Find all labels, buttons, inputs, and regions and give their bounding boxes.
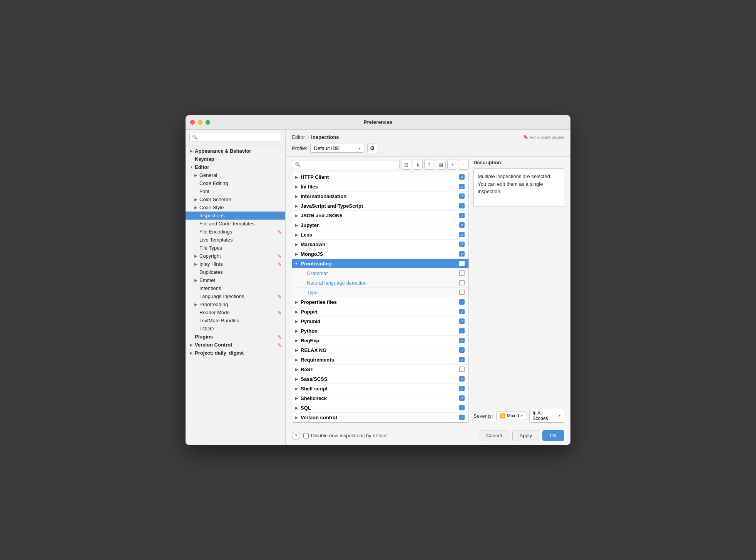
- checkbox-wrap[interactable]: [458, 279, 465, 286]
- checkbox-wrap[interactable]: ✓: [458, 395, 465, 402]
- inspection-row-pyramid[interactable]: ▶ Pyramid ✓: [292, 317, 468, 326]
- ok-button[interactable]: OK: [542, 430, 564, 441]
- checkbox-wrap[interactable]: ✓: [458, 318, 465, 325]
- sidebar-item-editor[interactable]: ▾ Editor: [186, 163, 285, 171]
- collapse-all-button[interactable]: ⇑: [424, 160, 434, 170]
- sidebar-item-keymap[interactable]: Keymap: [186, 155, 285, 163]
- inspection-row-jupyter[interactable]: ▶ Jupyter ✓: [292, 220, 468, 230]
- cancel-button[interactable]: Cancel: [479, 430, 509, 441]
- inspection-row-mongodb[interactable]: ▶ MongoJS ✓: [292, 249, 468, 259]
- inspection-row-sass[interactable]: ▶ Sass/SCSS ✓: [292, 374, 468, 384]
- inspection-row-typo[interactable]: Typo: [292, 288, 468, 297]
- sidebar-item-version-control[interactable]: ▶ Version Control 🔖: [186, 341, 285, 349]
- inspection-row-version-control[interactable]: ▶ Version control ✓: [292, 413, 468, 422]
- chevron-icon: [193, 326, 199, 332]
- checkbox-wrap[interactable]: [458, 366, 465, 373]
- checkbox-wrap[interactable]: ✓: [458, 250, 465, 257]
- checkbox-wrap[interactable]: [458, 260, 465, 267]
- sidebar-item-copyright[interactable]: ▶ Copyright 🔖: [186, 252, 285, 260]
- inspection-row-python[interactable]: ▶ Python −: [292, 326, 468, 336]
- checkbox-wrap[interactable]: ✓: [458, 356, 465, 363]
- apply-button[interactable]: Apply: [512, 430, 540, 441]
- sidebar-item-emmet[interactable]: ▶ Emmet: [186, 276, 285, 284]
- sidebar-item-file-types[interactable]: File Types: [186, 244, 285, 252]
- sidebar-item-inlay-hints[interactable]: ▶ Inlay Hints 🔖: [186, 260, 285, 268]
- checkbox-wrap[interactable]: ✓: [458, 385, 465, 392]
- sidebar-item-reader-mode[interactable]: Reader Mode 🔖: [186, 308, 285, 317]
- sidebar-item-code-editing[interactable]: Code Editing: [186, 179, 285, 187]
- checkbox-wrap[interactable]: −: [458, 404, 465, 411]
- checkbox-wrap[interactable]: −: [458, 202, 465, 209]
- checkbox-wrap[interactable]: ✓: [458, 222, 465, 228]
- remove-button[interactable]: −: [459, 160, 469, 170]
- inspection-row-ini-files[interactable]: ▶ Ini files ✓: [292, 182, 468, 192]
- sidebar-item-todo[interactable]: TODO: [186, 325, 285, 333]
- profile-dropdown[interactable]: Default IDE ▾: [310, 144, 364, 153]
- checkbox-wrap[interactable]: ✓: [458, 183, 465, 190]
- inspection-row-less[interactable]: ▶ Less ✓: [292, 230, 468, 240]
- inspection-row-requirements[interactable]: ▶ Requirements ✓: [292, 355, 468, 365]
- sidebar-item-live-templates[interactable]: Live Templates: [186, 236, 285, 244]
- checkbox-wrap[interactable]: −: [458, 347, 465, 353]
- checkbox-wrap[interactable]: ✓: [458, 241, 465, 248]
- inspection-row-http-client[interactable]: ▶ HTTP Client ✓: [292, 172, 468, 182]
- severity-mixed-dropdown[interactable]: 🔀 Mixed ▾: [496, 412, 526, 420]
- sidebar-item-file-encodings[interactable]: File Encodings 🔖: [186, 228, 285, 236]
- inspection-row-sql[interactable]: ▶ SQL −: [292, 403, 468, 413]
- checkbox-wrap[interactable]: ✓: [458, 308, 465, 315]
- sidebar-item-project[interactable]: ▶ Project: daily_digest: [186, 349, 285, 357]
- inspection-row-shellcheck[interactable]: ▶ Shellcheck ✓: [292, 393, 468, 403]
- inspection-row-js-ts[interactable]: ▶ JavaScript and TypeScript −: [292, 201, 468, 211]
- checkbox-wrap[interactable]: −: [458, 298, 465, 305]
- inspection-row-grammar[interactable]: Grammar: [292, 268, 468, 278]
- sidebar-item-textmate-bundles[interactable]: TextMate Bundles: [186, 317, 285, 325]
- checkbox-wrap[interactable]: ✓: [458, 193, 465, 200]
- checkbox-wrap[interactable]: −: [458, 337, 465, 344]
- checkbox-wrap[interactable]: ✓: [458, 212, 465, 219]
- maximize-button[interactable]: [206, 120, 210, 125]
- inspection-row-regexp[interactable]: ▶ RegExp −: [292, 336, 468, 345]
- checkbox-wrap[interactable]: [458, 270, 465, 277]
- close-button[interactable]: [190, 120, 195, 125]
- inspection-row-properties[interactable]: ▶ Properties files −: [292, 297, 468, 307]
- sidebar-item-appearance[interactable]: ▶ Appearance & Behavior: [186, 147, 285, 155]
- sidebar-item-language-injections[interactable]: Language Injections 🔖: [186, 292, 285, 300]
- checkbox-wrap[interactable]: −: [458, 327, 465, 334]
- inspection-row-internationalization[interactable]: ▶ Internationalization ✓: [292, 192, 468, 201]
- filter-button[interactable]: ⊟: [401, 160, 411, 170]
- inspection-row-relax-ng[interactable]: ▶ RELAX NG −: [292, 345, 468, 355]
- inspection-row-markdown[interactable]: ▶ Markdown ✓: [292, 240, 468, 249]
- sidebar-item-font[interactable]: Font: [186, 187, 285, 195]
- sidebar-item-inspections[interactable]: Inspections 🔖: [186, 212, 285, 220]
- sidebar-item-proofreading[interactable]: ▶ Proofreading: [186, 300, 285, 308]
- checkbox-wrap[interactable]: ✓: [458, 231, 465, 238]
- inspection-name: JavaScript and TypeScript: [301, 203, 458, 209]
- checkbox-wrap[interactable]: ✓: [458, 173, 465, 180]
- inspection-row-json[interactable]: ▶ JSON and JSON5 ✓: [292, 211, 468, 220]
- checkbox-wrap[interactable]: ✓: [458, 414, 465, 421]
- sidebar-item-code-style[interactable]: ▶ Code Style: [186, 203, 285, 212]
- sidebar-item-color-scheme[interactable]: ▶ Color Scheme: [186, 195, 285, 203]
- add-button[interactable]: +: [447, 160, 457, 170]
- inspection-row-proofreading[interactable]: ▾ Proofreading: [292, 259, 468, 268]
- sidebar-item-plugins[interactable]: Plugins 🔖: [186, 333, 285, 341]
- checkbox-wrap[interactable]: [458, 289, 465, 296]
- inspection-row-shell[interactable]: ▶ Shell script ✓: [292, 384, 468, 393]
- sidebar-item-general[interactable]: ▶ General: [186, 171, 285, 179]
- sidebar-item-intentions[interactable]: Intentions: [186, 284, 285, 292]
- expand-all-button[interactable]: ⇓: [413, 160, 423, 170]
- inspection-row-rest[interactable]: ▶ ReST: [292, 365, 468, 374]
- inspection-search-input[interactable]: [292, 160, 400, 169]
- disable-new-inspections-checkbox[interactable]: [303, 433, 309, 438]
- help-button[interactable]: ?: [292, 432, 300, 440]
- group-button[interactable]: ▤: [436, 160, 446, 170]
- inspection-row-puppet[interactable]: ▶ Puppet ✓: [292, 307, 468, 317]
- sidebar-item-file-code-templates[interactable]: File and Code Templates: [186, 220, 285, 228]
- minimize-button[interactable]: [198, 120, 202, 125]
- checkbox-wrap[interactable]: ✓: [458, 375, 465, 382]
- gear-button[interactable]: ⚙: [367, 143, 377, 153]
- severity-scope-dropdown[interactable]: In All Scopes ▾: [529, 409, 564, 423]
- inspection-row-natural-lang[interactable]: Natural language detection: [292, 278, 468, 288]
- sidebar-search-input[interactable]: [189, 133, 281, 142]
- sidebar-item-duplicates[interactable]: Duplicates: [186, 268, 285, 276]
